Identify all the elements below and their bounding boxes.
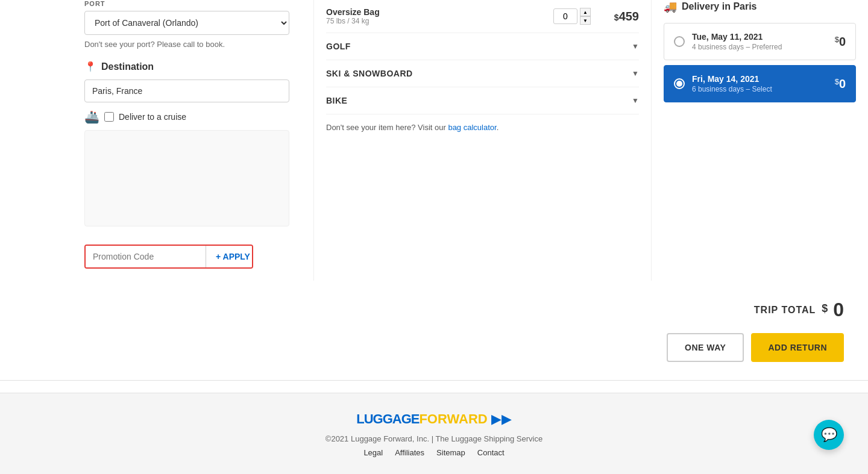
delivery-radio-2 — [674, 78, 685, 89]
bag-qty: ▲ ▼ — [553, 8, 591, 25]
footer-link-affiliates[interactable]: Affiliates — [395, 448, 424, 457]
delivery-days-2: 6 business days – Select — [692, 85, 835, 93]
bag-item-oversize: Oversize Bag 75 lbs / 34 kg ▲ ▼ $459 — [326, 0, 639, 33]
footer-link-sitemap[interactable]: Sitemap — [436, 448, 465, 457]
add-return-button[interactable]: ADD RETURN — [751, 333, 844, 362]
qty-down-arrow[interactable]: ▼ — [580, 16, 591, 25]
footer-copyright: ©2021 Luggage Forward, Inc. | The Luggag… — [0, 434, 868, 443]
destination-title: Destination — [101, 61, 154, 72]
middle-panel: Oversize Bag 75 lbs / 34 kg ▲ ▼ $459 GOL… — [313, 0, 651, 281]
delivery-title: Delivery in Paris — [682, 1, 757, 12]
delivery-radio-1 — [674, 36, 685, 47]
trip-total-section: TRIP TOTAL $ 0 — [0, 287, 868, 333]
delivery-days-1: 4 business days – Preferred — [692, 43, 835, 51]
destination-map-area — [84, 130, 289, 226]
bag-info: Oversize Bag 75 lbs / 34 kg — [326, 7, 553, 25]
promo-section: + APPLY — [84, 245, 301, 269]
left-panel: PORT Port of Canaveral (Orlando)Port of … — [0, 0, 313, 281]
delivery-info-1: Tue, May 11, 2021 4 business days – Pref… — [692, 32, 835, 51]
footer: LUGGAGEFORWARD ▶▶ ©2021 Luggage Forward,… — [0, 393, 868, 474]
ski-chevron-icon: ▼ — [632, 69, 639, 78]
bag-name: Oversize Bag — [326, 7, 553, 17]
destination-header: 📍 Destination — [84, 61, 301, 72]
page-wrapper: PORT Port of Canaveral (Orlando)Port of … — [0, 0, 868, 474]
golf-label: GOLF — [326, 42, 351, 51]
port-section: PORT Port of Canaveral (Orlando)Port of … — [84, 0, 301, 49]
bag-weight: 75 lbs / 34 kg — [326, 17, 553, 25]
bag-calc-note: Don't see your item here? Visit our bag … — [326, 114, 639, 140]
delivery-price-2: $0 — [835, 77, 846, 91]
footer-link-legal[interactable]: Legal — [363, 448, 383, 457]
footer-logo: LUGGAGEFORWARD ▶▶ — [0, 411, 868, 427]
delivery-option-1[interactable]: Tue, May 11, 2021 4 business days – Pref… — [664, 23, 856, 60]
delivery-date-2: Fri, May 14, 2021 — [692, 74, 835, 84]
delivery-date-1: Tue, May 11, 2021 — [692, 32, 835, 42]
promo-box: + APPLY — [84, 245, 253, 269]
delivery-truck-icon: 🚚 — [664, 0, 677, 13]
action-buttons: ONE WAY ADD RETURN — [0, 333, 868, 380]
destination-section: 📍 Destination 🚢 Deliver to a cruise — [84, 61, 301, 226]
trip-total-label: TRIP TOTAL — [754, 305, 816, 316]
oversize-qty-input[interactable] — [553, 8, 577, 24]
footer-links: Legal Affiliates Sitemap Contact — [0, 448, 868, 457]
bike-collapsible[interactable]: BIKE ▼ — [326, 87, 639, 114]
qty-up-arrow[interactable]: ▲ — [580, 8, 591, 16]
ski-label: SKI & SNOWBOARD — [326, 69, 413, 78]
delivery-option-2[interactable]: Fri, May 14, 2021 6 business days – Sele… — [664, 65, 856, 102]
right-panel: 🚚 Delivery in Paris Tue, May 11, 2021 4 … — [651, 0, 868, 281]
port-label: PORT — [84, 0, 301, 7]
logo-luggage-text: LUGGAGE — [356, 411, 419, 426]
bike-label: BIKE — [326, 96, 347, 105]
ski-collapsible[interactable]: SKI & SNOWBOARD ▼ — [326, 60, 639, 87]
cruise-checkbox[interactable] — [104, 112, 114, 122]
price-dollar-sign: $ — [614, 13, 619, 22]
destination-input[interactable] — [84, 80, 289, 102]
main-content: PORT Port of Canaveral (Orlando)Port of … — [0, 0, 868, 281]
bag-price: $459 — [603, 10, 639, 23]
bag-calc-link[interactable]: bag calculator — [448, 123, 496, 132]
footer-link-contact[interactable]: Contact — [477, 448, 505, 457]
golf-chevron-icon: ▼ — [632, 42, 639, 51]
footer-divider — [0, 380, 868, 381]
trip-total-dollar-sign: $ — [822, 302, 828, 315]
delivery-header: 🚚 Delivery in Paris — [664, 0, 856, 13]
one-way-button[interactable]: ONE WAY — [667, 333, 744, 362]
qty-arrows: ▲ ▼ — [580, 8, 591, 25]
cruise-label: Deliver to a cruise — [119, 112, 186, 122]
logo-arrow-icon: ▶▶ — [488, 411, 512, 426]
bike-chevron-icon: ▼ — [632, 96, 639, 105]
logo-forward-text: FORWARD — [419, 411, 487, 426]
port-note: Don't see your port? Please call to book… — [84, 40, 301, 49]
promo-input[interactable] — [86, 246, 206, 267]
delivery-price-1: $0 — [835, 35, 846, 49]
pin-icon: 📍 — [84, 61, 96, 72]
cruise-checkbox-row: 🚢 Deliver to a cruise — [84, 110, 301, 124]
promo-apply-button[interactable]: + APPLY — [206, 246, 253, 267]
port-select[interactable]: Port of Canaveral (Orlando)Port of Miami… — [84, 11, 289, 35]
chat-icon: 💬 — [821, 427, 837, 443]
cruise-ship-icon: 🚢 — [84, 110, 99, 124]
golf-collapsible[interactable]: GOLF ▼ — [326, 33, 639, 60]
trip-total-price: $ 0 — [822, 299, 844, 321]
chat-button[interactable]: 💬 — [814, 420, 844, 450]
delivery-info-2: Fri, May 14, 2021 6 business days – Sele… — [692, 74, 835, 93]
